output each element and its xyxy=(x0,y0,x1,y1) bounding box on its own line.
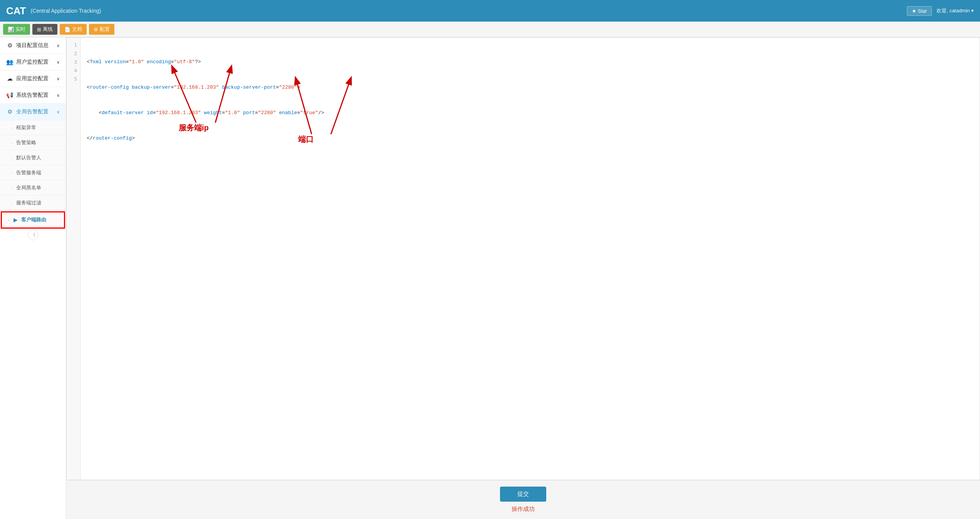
sidebar-item-project-config[interactable]: ⚙ 项目配置信息 ∨ xyxy=(0,37,66,54)
line-number-5: 5 xyxy=(67,75,80,83)
sidebar: ⚙ 项目配置信息 ∨ 👥 用户监控配置 ∨ ☁ 应用监控配置 ∨ 📢 系统告警配… xyxy=(0,37,66,519)
megaphone-icon: 📢 xyxy=(6,92,13,99)
code-line-2: <router-config backup-server="192.168.1.… xyxy=(87,83,973,92)
config-icon: ⚙ xyxy=(94,27,98,32)
main-layout: ⚙ 项目配置信息 ∨ 👥 用户监控配置 ∨ ☁ 应用监控配置 ∨ 📢 系统告警配… xyxy=(0,37,980,519)
subitem-label: 告警策略 xyxy=(16,139,36,146)
config-label: 配置 xyxy=(100,26,110,33)
sidebar-footer: 《 xyxy=(0,229,66,245)
chevron-down-icon: ∨ xyxy=(57,93,60,98)
chevron-down-icon: ∨ xyxy=(57,76,60,81)
svg-text:服务端ip: 服务端ip xyxy=(178,123,209,132)
realtime-button[interactable]: 📊 实时 xyxy=(3,24,30,35)
sidebar-item-global-alert[interactable]: ⚙ 全局告警配置 ∨ xyxy=(0,104,66,120)
code-line-4: </router-config> xyxy=(87,134,973,143)
submit-button[interactable]: 提交 xyxy=(500,487,546,502)
doc-icon: 📄 xyxy=(64,27,70,32)
toolbar: 📊 实时 ⊞ 离线 📄 文档 ⚙ 配置 xyxy=(0,22,980,37)
collapse-icon: 《 xyxy=(31,232,35,238)
sidebar-subitem-client-route[interactable]: ▶ 客户端路由 xyxy=(2,212,64,227)
offline-label: 离线 xyxy=(43,26,53,33)
sidebar-item-label: 用户监控配置 xyxy=(16,59,49,66)
sidebar-item-label: 全局告警配置 xyxy=(16,108,49,115)
content-area: 1 2 3 4 5 <?xml version="1.0" encoding="… xyxy=(66,37,980,519)
subitem-label: 服务端过滤 xyxy=(16,199,41,206)
subitem-label: 框架异常 xyxy=(16,124,36,131)
sidebar-subitem-server-filter[interactable]: 服务端过滤 xyxy=(0,195,66,211)
doc-label: 文档 xyxy=(72,26,82,33)
client-route-highlighted-wrapper: ▶ 客户端路由 xyxy=(1,211,65,229)
subitem-label: 全局黑名单 xyxy=(16,184,41,191)
offline-button[interactable]: ⊞ 离线 xyxy=(32,24,57,35)
code-line-1: <?xml version="1.0" encoding="utf-8"?> xyxy=(87,58,973,66)
sidebar-subitem-default-alerter[interactable]: 默认告警人 xyxy=(0,150,66,165)
app-logo: CAT xyxy=(6,5,26,17)
sidebar-item-user-monitor[interactable]: 👥 用户监控配置 ∨ xyxy=(0,54,66,71)
sidebar-item-label: 系统告警配置 xyxy=(16,92,49,99)
star-button[interactable]: ★ Star xyxy=(907,6,932,16)
gear-icon: ⚙ xyxy=(6,108,13,115)
user-info[interactable]: 欢迎, catadmin ▾ xyxy=(936,7,974,14)
action-bar: 提交 操作成功 xyxy=(66,480,980,519)
realtime-label: 实时 xyxy=(15,26,25,33)
users-icon: 👥 xyxy=(6,59,13,66)
star-label: Star xyxy=(918,8,927,14)
sidebar-subitem-alert-server[interactable]: 告警服务端 xyxy=(0,165,66,180)
cloud-icon: ☁ xyxy=(6,75,13,82)
global-alert-submenu: 框架异常 告警策略 默认告警人 告警服务端 全局黑名单 服务端过滤 ▶ 客户端路 xyxy=(0,120,66,229)
sidebar-subitem-global-blacklist[interactable]: 全局黑名单 xyxy=(0,180,66,195)
chevron-down-icon: ∨ xyxy=(57,110,60,115)
arrow-right-icon: ▶ xyxy=(13,217,17,223)
line-number-4: 4 xyxy=(67,66,80,75)
code-content[interactable]: <?xml version="1.0" encoding="utf-8"?> <… xyxy=(81,38,980,480)
code-line-5 xyxy=(87,160,973,168)
header-right: ★ Star 欢迎, catadmin ▾ xyxy=(907,6,974,16)
gear-icon: ⚙ xyxy=(6,42,13,49)
success-message: 操作成功 xyxy=(512,506,535,513)
annotation-overlay: 服务端ip 端口 xyxy=(81,38,980,480)
app-header: CAT (Central Application Tracking) ★ Sta… xyxy=(0,0,980,22)
subitem-label: 告警服务端 xyxy=(16,169,41,176)
line-numbers: 1 2 3 4 5 xyxy=(67,38,81,480)
star-icon: ★ xyxy=(912,8,916,14)
sidebar-item-label: 应用监控配置 xyxy=(16,75,49,82)
subitem-label: 客户端路由 xyxy=(21,216,46,223)
config-button[interactable]: ⚙ 配置 xyxy=(89,24,114,35)
sidebar-subitem-alert-policy[interactable]: 告警策略 xyxy=(0,135,66,150)
line-number-3: 3 xyxy=(67,58,80,66)
line-number-2: 2 xyxy=(67,49,80,58)
user-label: 欢迎, catadmin ▾ xyxy=(936,7,974,14)
sidebar-item-label: 项目配置信息 xyxy=(16,42,49,49)
subitem-label: 默认告警人 xyxy=(16,154,41,161)
code-line-3: <default-server id="192.168.1.203" weigh… xyxy=(87,109,973,117)
chevron-down-icon: ∨ xyxy=(57,60,60,65)
sidebar-item-app-monitor[interactable]: ☁ 应用监控配置 ∨ xyxy=(0,71,66,87)
sidebar-collapse-button[interactable]: 《 xyxy=(28,229,39,240)
realtime-icon: 📊 xyxy=(8,27,14,32)
sidebar-item-system-alert[interactable]: 📢 系统告警配置 ∨ xyxy=(0,87,66,104)
offline-icon: ⊞ xyxy=(37,27,41,32)
doc-button[interactable]: 📄 文档 xyxy=(60,24,87,35)
sidebar-subitem-framework-exception[interactable]: 框架异常 xyxy=(0,120,66,135)
app-subtitle: (Central Application Tracking) xyxy=(31,8,101,14)
chevron-down-icon: ∨ xyxy=(57,43,60,48)
code-editor[interactable]: 1 2 3 4 5 <?xml version="1.0" encoding="… xyxy=(66,37,980,480)
line-number-1: 1 xyxy=(67,41,80,49)
code-editor-inner: 1 2 3 4 5 <?xml version="1.0" encoding="… xyxy=(67,38,980,480)
